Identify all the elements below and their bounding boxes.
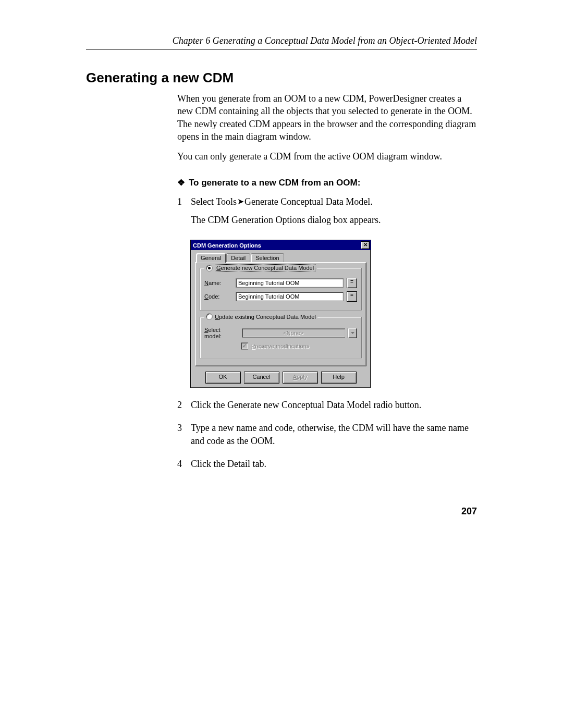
procedure-title-text: To generate to a new CDM from an OOM:: [189, 178, 360, 188]
name-sync-button[interactable]: =: [347, 278, 357, 288]
dialog-window: CDM Generation Options ✕ General Detail …: [190, 240, 371, 388]
step-number: 4: [177, 458, 191, 475]
name-input[interactable]: Beginning Tutorial OOM: [236, 278, 344, 288]
step-text: Select Tools➤Generate Conceptual Data Mo…: [191, 195, 477, 208]
radio-update-existing[interactable]: Update existing Conceptual Data Model: [204, 313, 317, 320]
help-button[interactable]: Help: [321, 372, 357, 384]
step-text: Type a new name and code, otherwise, the…: [191, 422, 477, 447]
tab-general[interactable]: General: [196, 253, 226, 263]
page-number: 207: [461, 506, 477, 517]
close-icon[interactable]: ✕: [361, 241, 370, 249]
tab-panel-general: Generate new Conceptual Data Model Name:…: [195, 262, 366, 366]
step-row: 3 Type a new name and code, otherwise, t…: [177, 422, 477, 452]
code-sync-button[interactable]: =: [347, 291, 357, 302]
code-label: Code:: [204, 293, 232, 300]
name-label: Name:: [204, 280, 232, 286]
radio-icon: [206, 265, 213, 272]
radio-icon: [206, 313, 213, 320]
step-subtext: The CDM Generation Options dialog box ap…: [191, 214, 477, 226]
tab-detail[interactable]: Detail: [226, 253, 250, 263]
group-update-existing: Update existing Conceptual Data Model Se…: [200, 317, 362, 359]
tab-strip: General Detail Selection: [195, 253, 366, 263]
preserve-checkbox[interactable]: ✔: [241, 342, 248, 350]
cancel-button[interactable]: Cancel: [244, 372, 279, 384]
dialog-title: CDM Generation Options: [193, 242, 261, 249]
chapter-header: Chapter 6 Generating a Conceptual Data M…: [86, 35, 477, 50]
step-row: 1 Select Tools➤Generate Conceptual Data …: [177, 195, 477, 231]
step-number: 3: [177, 422, 191, 452]
svg-marker-0: [351, 332, 354, 334]
select-model-label: Select model:: [204, 327, 239, 339]
step-text: Click the Generate new Conceptual Data M…: [191, 399, 477, 411]
menu-arrow-icon: ➤: [237, 196, 244, 207]
step-row: 2 Click the Generate new Conceptual Data…: [177, 399, 477, 416]
apply-button[interactable]: Apply: [283, 372, 318, 384]
code-input[interactable]: Beginning Tutorial OOM: [236, 292, 344, 301]
dialog-titlebar: CDM Generation Options ✕: [191, 240, 371, 250]
step-text: Click the Detail tab.: [191, 458, 477, 470]
select-model-dropdown[interactable]: <None>: [242, 328, 345, 338]
tab-selection[interactable]: Selection: [251, 253, 284, 263]
procedure-title: ❖To generate to a new CDM from an OOM:: [177, 177, 477, 188]
radio-generate-new[interactable]: Generate new Conceptual Data Model: [204, 264, 317, 272]
intro-paragraph-2: You can only generate a CDM from the act…: [177, 150, 477, 163]
intro-paragraph-1: When you generate from an OOM to a new C…: [177, 92, 477, 143]
ok-button[interactable]: OK: [205, 372, 241, 384]
step-row: 4 Click the Detail tab.: [177, 458, 477, 475]
group-generate-new: Generate new Conceptual Data Model Name:…: [200, 268, 362, 311]
preserve-label: Preserve modifications: [251, 343, 309, 349]
step-number: 2: [177, 399, 191, 416]
section-title: Generating a new CDM: [86, 70, 477, 86]
diamond-bullet-icon: ❖: [177, 177, 185, 188]
chevron-down-icon[interactable]: [348, 328, 357, 338]
step-number: 1: [177, 195, 191, 231]
